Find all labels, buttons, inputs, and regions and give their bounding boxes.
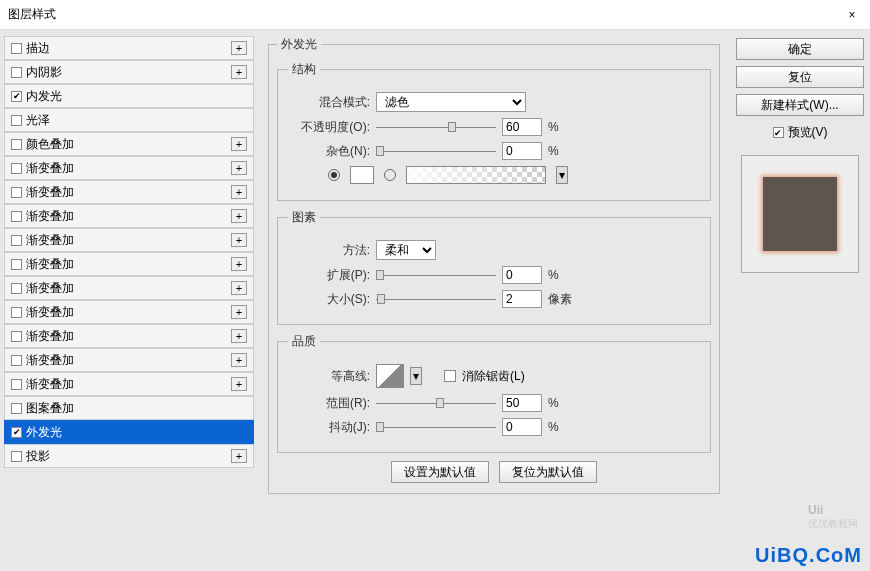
size-slider[interactable]: [376, 292, 496, 306]
effect-row[interactable]: 渐变叠加+: [4, 372, 254, 396]
effect-label: 光泽: [26, 112, 50, 129]
effect-row[interactable]: 渐变叠加+: [4, 204, 254, 228]
effect-row[interactable]: 描边+: [4, 36, 254, 60]
spread-slider[interactable]: [376, 268, 496, 282]
range-input[interactable]: [502, 394, 542, 412]
preview-box: [741, 155, 859, 273]
noise-input[interactable]: [502, 142, 542, 160]
effect-checkbox[interactable]: [11, 379, 22, 390]
effect-label: 渐变叠加: [26, 232, 74, 249]
effect-checkbox[interactable]: [11, 163, 22, 174]
effect-label: 外发光: [26, 424, 62, 441]
add-effect-icon[interactable]: +: [231, 449, 247, 463]
effect-checkbox[interactable]: [11, 139, 22, 150]
right-panel: 确定 复位 新建样式(W)... 预览(V): [730, 30, 870, 571]
effect-checkbox[interactable]: [11, 211, 22, 222]
quality-group: 品质 等高线: ▾ 消除锯齿(L) 范围(R): % 抖动(J):: [277, 333, 711, 453]
opacity-label: 不透明度(O):: [288, 119, 370, 136]
preview-label: 预览(V): [788, 124, 828, 141]
effect-checkbox[interactable]: [11, 331, 22, 342]
new-style-button[interactable]: 新建样式(W)...: [736, 94, 864, 116]
add-effect-icon[interactable]: +: [231, 209, 247, 223]
add-effect-icon[interactable]: +: [231, 305, 247, 319]
reset-button[interactable]: 复位: [736, 66, 864, 88]
add-effect-icon[interactable]: +: [231, 185, 247, 199]
spread-input[interactable]: [502, 266, 542, 284]
effect-row[interactable]: 渐变叠加+: [4, 300, 254, 324]
close-button[interactable]: ×: [842, 5, 862, 25]
contour-swatch[interactable]: [376, 364, 404, 388]
antialias-label: 消除锯齿(L): [462, 368, 525, 385]
effect-checkbox[interactable]: [11, 355, 22, 366]
effect-row[interactable]: 渐变叠加+: [4, 180, 254, 204]
preview-checkbox[interactable]: [773, 127, 784, 138]
opacity-input[interactable]: [502, 118, 542, 136]
effect-row[interactable]: 内阴影+: [4, 60, 254, 84]
add-effect-icon[interactable]: +: [231, 353, 247, 367]
effect-row[interactable]: 光泽: [4, 108, 254, 132]
add-effect-icon[interactable]: +: [231, 137, 247, 151]
effect-row[interactable]: 外发光: [4, 420, 254, 444]
gradient-radio[interactable]: [384, 169, 396, 181]
effect-row[interactable]: 内发光: [4, 84, 254, 108]
blend-mode-select[interactable]: 滤色: [376, 92, 526, 112]
effect-checkbox[interactable]: [11, 235, 22, 246]
effect-row[interactable]: 图案叠加: [4, 396, 254, 420]
jitter-label: 抖动(J):: [288, 419, 370, 436]
effect-row[interactable]: 渐变叠加+: [4, 228, 254, 252]
gradient-dropdown-icon[interactable]: ▾: [556, 166, 568, 184]
effect-checkbox[interactable]: [11, 427, 22, 438]
method-select[interactable]: 柔和: [376, 240, 436, 260]
effect-row[interactable]: 渐变叠加+: [4, 324, 254, 348]
add-effect-icon[interactable]: +: [231, 41, 247, 55]
quality-legend: 品质: [288, 333, 320, 350]
antialias-checkbox[interactable]: [444, 370, 456, 382]
effect-label: 渐变叠加: [26, 160, 74, 177]
effect-checkbox[interactable]: [11, 283, 22, 294]
effect-label: 描边: [26, 40, 50, 57]
effect-row[interactable]: 渐变叠加+: [4, 252, 254, 276]
effect-checkbox[interactable]: [11, 403, 22, 414]
size-label: 大小(S):: [288, 291, 370, 308]
add-effect-icon[interactable]: +: [231, 161, 247, 175]
effect-label: 渐变叠加: [26, 304, 74, 321]
add-effect-icon[interactable]: +: [231, 233, 247, 247]
glow-gradient-swatch[interactable]: [406, 166, 546, 184]
structure-group: 结构 混合模式: 滤色 不透明度(O): % 杂色(N):: [277, 61, 711, 201]
range-unit: %: [548, 396, 559, 410]
effect-row[interactable]: 渐变叠加+: [4, 276, 254, 300]
add-effect-icon[interactable]: +: [231, 257, 247, 271]
method-label: 方法:: [288, 242, 370, 259]
effect-checkbox[interactable]: [11, 67, 22, 78]
size-input[interactable]: [502, 290, 542, 308]
effect-row[interactable]: 颜色叠加+: [4, 132, 254, 156]
reset-default-button[interactable]: 复位为默认值: [499, 461, 597, 483]
effect-checkbox[interactable]: [11, 187, 22, 198]
add-effect-icon[interactable]: +: [231, 65, 247, 79]
effect-checkbox[interactable]: [11, 91, 22, 102]
ok-button[interactable]: 确定: [736, 38, 864, 60]
opacity-slider[interactable]: [376, 120, 496, 134]
effect-row[interactable]: 投影+: [4, 444, 254, 468]
effect-row[interactable]: 渐变叠加+: [4, 348, 254, 372]
add-effect-icon[interactable]: +: [231, 281, 247, 295]
glow-color-swatch[interactable]: [350, 166, 374, 184]
add-effect-icon[interactable]: +: [231, 329, 247, 343]
effect-row[interactable]: 渐变叠加+: [4, 156, 254, 180]
noise-unit: %: [548, 144, 559, 158]
color-radio[interactable]: [328, 169, 340, 181]
effect-checkbox[interactable]: [11, 43, 22, 54]
jitter-slider[interactable]: [376, 420, 496, 434]
add-effect-icon[interactable]: +: [231, 377, 247, 391]
contour-dropdown-icon[interactable]: ▾: [410, 367, 422, 385]
effect-checkbox[interactable]: [11, 451, 22, 462]
range-slider[interactable]: [376, 396, 496, 410]
effect-checkbox[interactable]: [11, 259, 22, 270]
jitter-unit: %: [548, 420, 559, 434]
effect-checkbox[interactable]: [11, 115, 22, 126]
set-default-button[interactable]: 设置为默认值: [391, 461, 489, 483]
effect-checkbox[interactable]: [11, 307, 22, 318]
spread-label: 扩展(P):: [288, 267, 370, 284]
jitter-input[interactable]: [502, 418, 542, 436]
noise-slider[interactable]: [376, 144, 496, 158]
